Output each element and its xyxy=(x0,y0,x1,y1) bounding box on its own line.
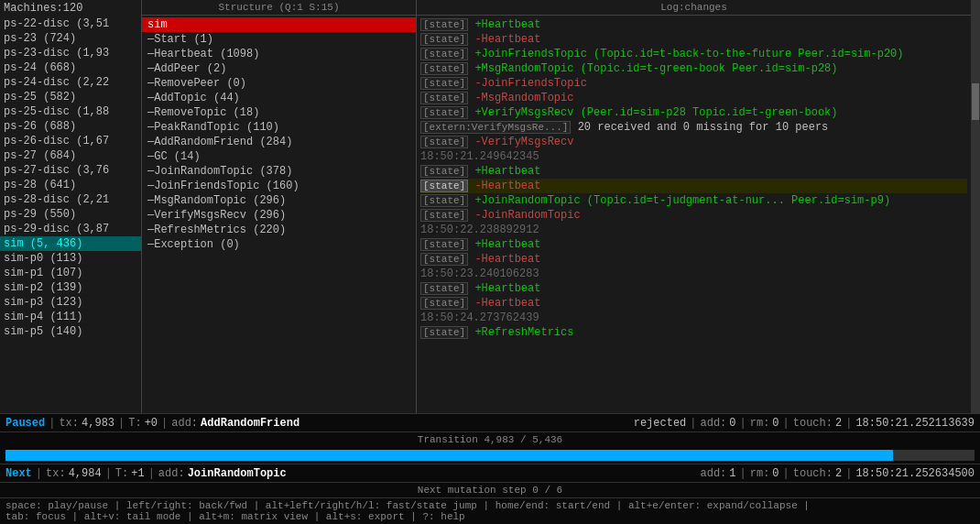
struct-item[interactable]: —MsgRandomTopic (296) xyxy=(142,193,416,208)
add-value: AddRandomFriend xyxy=(201,417,299,430)
log-content[interactable]: [state] +Heartbeat[state] -Heartbeat[sta… xyxy=(417,16,971,413)
main-container: Machines:120 ps-22-disc (3,51ps-23 (724)… xyxy=(0,0,980,524)
rm-label: rm: xyxy=(750,417,770,430)
log-timestamp: 18:50:22.238892912 xyxy=(420,224,539,236)
machine-item-ps-27-disc[interactable]: ps-27-disc (3,76 xyxy=(0,163,141,178)
t-value: +0 xyxy=(145,417,158,430)
structure-header: Structure (Q:1 S:15) xyxy=(142,0,416,16)
struct-item[interactable]: —JoinRandomTopic (378) xyxy=(142,164,416,179)
rejected-label: rejected xyxy=(634,417,687,430)
machine-item-ps-25-disc[interactable]: ps-25-disc (1,88 xyxy=(0,104,141,119)
machine-item-sim-p2[interactable]: sim-p2 (139) xyxy=(0,280,141,295)
machine-item-ps-24[interactable]: ps-24 (668) xyxy=(0,60,141,75)
machines-panel: Machines:120 ps-22-disc (3,51ps-23 (724)… xyxy=(0,0,142,413)
struct-item[interactable]: —GC (14) xyxy=(142,149,416,164)
machine-item-ps-28-disc[interactable]: ps-28-disc (2,21 xyxy=(0,192,141,207)
help-line2: tab: focus | alt+v: tail mode | alt+m: m… xyxy=(5,511,975,522)
log-line: [state] +JoinRandomTopic (Topic.id=t-jud… xyxy=(420,193,967,208)
struct-item[interactable]: sim xyxy=(142,17,416,32)
t-label: T: xyxy=(128,417,141,430)
struct-item[interactable]: —Start (1) xyxy=(142,32,416,47)
log-line: [extern:VerifyMsgsRe...] 20 received and… xyxy=(420,120,967,135)
touch-value: 2 xyxy=(835,417,842,430)
log-timestamp: 18:50:23.240106283 xyxy=(420,267,539,280)
struct-item[interactable]: —JoinFriendsTopic (160) xyxy=(142,179,416,193)
next-rm-value: 0 xyxy=(772,467,779,480)
next-tx-label: tx: xyxy=(46,467,66,480)
struct-item[interactable]: —RemovePeer (0) xyxy=(142,76,416,91)
machine-item-ps-28[interactable]: ps-28 (641) xyxy=(0,178,141,192)
log-line: [state] +Heartbeat xyxy=(420,17,967,32)
struct-item[interactable]: —AddTopic (44) xyxy=(142,91,416,105)
machine-item-ps-25[interactable]: ps-25 (582) xyxy=(0,90,141,104)
struct-item[interactable]: —RemoveTopic (18) xyxy=(142,105,416,120)
log-line: [state] -Heartbeat xyxy=(420,296,967,311)
machine-item-ps-23-disc[interactable]: ps-23-disc (1,93 xyxy=(0,46,141,60)
structure-list[interactable]: sim—Start (1)—Heartbeat (1098)—AddPeer (… xyxy=(142,16,416,410)
log-line: 18:50:23.240106283 xyxy=(420,267,967,281)
top-section: Machines:120 ps-22-disc (3,51ps-23 (724)… xyxy=(0,0,980,413)
machine-item-sim-p5[interactable]: sim-p5 (140) xyxy=(0,324,141,339)
machine-item-ps-27[interactable]: ps-27 (684) xyxy=(0,148,141,163)
machine-item-sim-p3[interactable]: sim-p3 (123) xyxy=(0,295,141,310)
progress-bar-fill xyxy=(5,450,893,461)
machine-item-ps-24-disc[interactable]: ps-24-disc (2,22 xyxy=(0,75,141,90)
log-line: [state] -Heartbeat xyxy=(420,252,967,267)
log-line: [state] +Heartbeat xyxy=(420,237,967,252)
struct-item[interactable]: —PeakRandTopic (110) xyxy=(142,120,416,135)
machine-item-ps-29[interactable]: ps-29 (550) xyxy=(0,207,141,222)
transition-header: Transition 4,983 / 5,436 xyxy=(0,432,980,447)
status-bar-paused: Paused | tx: 4,983 | T: +0 | add: AddRan… xyxy=(0,413,980,431)
tx-value: 4,983 xyxy=(82,417,114,430)
log-line: 18:50:22.238892912 xyxy=(420,223,967,237)
add-label: add: xyxy=(171,417,198,430)
scrollbar[interactable] xyxy=(971,0,980,413)
machine-item-ps-22-disc[interactable]: ps-22-disc (3,51 xyxy=(0,16,141,31)
machine-item-sim[interactable]: sim (5, 436) xyxy=(0,236,141,251)
struct-item[interactable]: —Heartbeat (1098) xyxy=(142,47,416,61)
next-timestamp: 18:50:21.252634500 xyxy=(855,467,975,480)
struct-item[interactable]: —RefreshMetrics (220) xyxy=(142,223,416,237)
scrollbar-thumb[interactable] xyxy=(972,83,979,120)
machine-item-ps-26[interactable]: ps-26 (688) xyxy=(0,119,141,134)
machine-item-ps-29-disc[interactable]: ps-29-disc (3,87 xyxy=(0,222,141,236)
next-t-value: +1 xyxy=(131,467,144,480)
log-line: [state] +JoinFriendsTopic (Topic.id=t-ba… xyxy=(420,47,967,61)
paused-label: Paused xyxy=(5,417,45,430)
log-panel: Log:changes [state] +Heartbeat[state] -H… xyxy=(417,0,971,413)
machines-list[interactable]: ps-22-disc (3,51ps-23 (724)ps-23-disc (1… xyxy=(0,16,141,413)
help-section: space: play/pause | left/right: back/fwd… xyxy=(0,497,980,524)
struct-item[interactable]: —Exception (0) xyxy=(142,237,416,252)
progress-bar-bg xyxy=(5,450,975,461)
log-line: [state] +Heartbeat xyxy=(420,281,967,296)
machine-item-ps-23[interactable]: ps-23 (724) xyxy=(0,31,141,46)
log-timestamp: 18:50:21.249642345 xyxy=(420,150,539,163)
rm-value: 0 xyxy=(772,417,779,430)
log-line: [state] +Heartbeat xyxy=(420,164,967,179)
mutation-header: Next mutation step 0 / 6 xyxy=(0,483,980,497)
struct-item[interactable]: —AddRandomFriend (284) xyxy=(142,135,416,149)
machine-item-sim-p4[interactable]: sim-p4 (111) xyxy=(0,310,141,324)
mutation-section: Next mutation step 0 / 6 xyxy=(0,482,980,497)
log-line: [state] +MsgRandomTopic (Topic.id=t-gree… xyxy=(420,61,967,76)
machine-item-ps-26-disc[interactable]: ps-26-disc (1,67 xyxy=(0,134,141,148)
next-t-label: T: xyxy=(115,467,128,480)
log-line: [state] -VerifyMsgsRecv xyxy=(420,135,967,149)
log-line: [state] -JoinFriendsTopic xyxy=(420,76,967,91)
struct-item[interactable]: —AddPeer (2) xyxy=(142,61,416,76)
machine-item-sim-p0[interactable]: sim-p0 (113) xyxy=(0,251,141,266)
structure-panel: Structure (Q:1 S:15) sim—Start (1)—Heart… xyxy=(142,0,417,413)
paused-timestamp: 18:50:21.252113639 xyxy=(855,417,975,430)
machine-item-sim-p1[interactable]: sim-p1 (107) xyxy=(0,266,141,280)
struct-item[interactable]: —VerifyMsgsRecv (296) xyxy=(142,208,416,223)
log-line: [state] -Heartbeat xyxy=(420,179,967,193)
log-line: [state] -MsgRandomTopic xyxy=(420,91,967,105)
add2-value: 0 xyxy=(729,417,735,430)
machines-title: Machines:120 xyxy=(0,0,141,16)
transition-section: Transition 4,983 / 5,436 xyxy=(0,431,980,464)
next-label: Next xyxy=(5,467,32,480)
next-touch-label: touch: xyxy=(793,467,833,480)
tx-label: tx: xyxy=(59,417,79,430)
add2-label: add: xyxy=(701,417,727,430)
status-bar-next: Next | tx: 4,984 | T: +1 | add: JoinRand… xyxy=(0,464,980,482)
